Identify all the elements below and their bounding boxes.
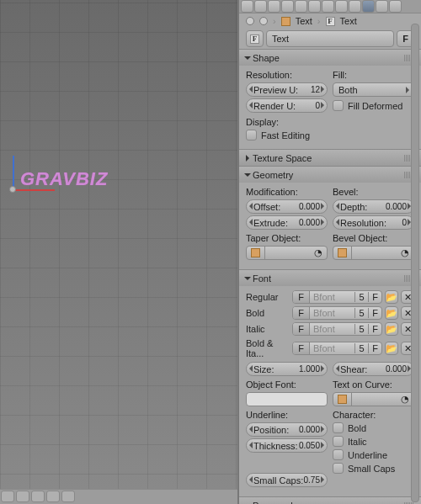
pin-icon[interactable] <box>259 17 268 25</box>
extrude-field[interactable]: Extrude:0.000 <box>246 215 328 230</box>
eyedropper-icon: ◔ <box>310 247 327 258</box>
font-icon: F <box>293 307 310 319</box>
section-header-shape[interactable]: Shape <box>239 50 421 66</box>
char-italic-check[interactable]: Italic <box>333 436 414 447</box>
font-italic-field[interactable]: FBfont5F <box>292 322 382 336</box>
char-underline-check[interactable]: Underline <box>333 449 414 460</box>
font-regular-field[interactable]: FBfont5F <box>292 290 382 304</box>
char-bold-check[interactable]: Bold <box>333 422 414 433</box>
pin-icon[interactable] <box>246 17 254 25</box>
tab-material-icon[interactable] <box>322 0 334 13</box>
open-font-button[interactable]: 📂 <box>385 306 398 320</box>
text-object[interactable]: GRAVBIZ <box>20 168 108 190</box>
breadcrumb: › Text › F Text <box>239 13 421 29</box>
panel-scrollbar[interactable] <box>411 24 419 502</box>
font-icon: F <box>293 323 310 335</box>
tab-physics-icon[interactable] <box>376 0 388 13</box>
small-caps-scale-field[interactable]: Small Caps:0.75 <box>246 473 328 487</box>
preview-u-field[interactable]: Preview U:12 <box>246 82 328 97</box>
char-smallcaps-check[interactable]: Small Caps <box>333 463 414 474</box>
depth-field[interactable]: Depth:0.000 <box>333 199 414 214</box>
tab-scene-icon[interactable] <box>254 0 267 13</box>
fill-deformed-check[interactable]: Fill Deformed <box>333 100 414 111</box>
font-icon: F <box>293 342 310 354</box>
resolution-label: Resolution: <box>246 70 328 80</box>
display-label: Display: <box>246 117 414 127</box>
font-size-field[interactable]: Size:1.000 <box>246 362 328 376</box>
fill-label: Fill: <box>333 70 414 80</box>
modification-label: Modification: <box>246 187 328 197</box>
underline-position-field[interactable]: Position:0.000 <box>246 422 328 437</box>
bevel-resolution-field[interactable]: Resolution:0 <box>333 215 414 230</box>
viewport-header[interactable] <box>0 489 237 504</box>
datablock-name-input[interactable] <box>266 30 394 47</box>
open-font-button[interactable]: 📂 <box>385 342 398 355</box>
tab-particles-icon[interactable] <box>349 0 361 13</box>
bevelobj-label: Bevel Object: <box>333 233 414 243</box>
breadcrumb-object[interactable]: Text <box>296 16 312 26</box>
datablock-name-row: F F <box>239 29 421 49</box>
fast-editing-check[interactable]: Fast Editing <box>246 130 414 141</box>
tab-object-icon[interactable] <box>281 0 294 13</box>
open-font-button[interactable]: 📂 <box>385 290 398 304</box>
section-header-paragraph[interactable]: Paragraph <box>239 497 421 504</box>
font-data-icon[interactable]: F <box>246 30 264 47</box>
text-on-curve-field[interactable]: ◔ <box>333 392 414 406</box>
section-header-geometry[interactable]: Geometry <box>239 167 421 183</box>
properties-tabs <box>239 0 421 13</box>
font-bolditalic-field[interactable]: FBfont5F <box>292 342 382 355</box>
font-icon: F <box>293 291 310 303</box>
section-header-texture-space[interactable]: Texture Space <box>239 150 421 166</box>
object-icon <box>281 17 290 26</box>
open-font-button[interactable]: 📂 <box>385 322 398 336</box>
tab-constraints-icon[interactable] <box>295 0 307 13</box>
tab-texture-icon[interactable] <box>335 0 348 13</box>
tab-render-icon[interactable] <box>241 0 253 13</box>
text-data-icon: F <box>326 17 335 26</box>
bevel-label: Bevel: <box>333 187 414 197</box>
taper-object-field[interactable]: ◔ <box>246 246 328 260</box>
breadcrumb-data[interactable]: Text <box>340 16 357 26</box>
font-bold-field[interactable]: FBfont5F <box>292 306 382 320</box>
floor-grid <box>0 0 237 504</box>
taper-label: Taper Object: <box>246 233 328 243</box>
offset-field[interactable]: Offset:0.000 <box>246 199 328 214</box>
font-shear-field[interactable]: Shear:0.000 <box>333 362 414 376</box>
object-font-field[interactable] <box>246 392 328 406</box>
fill-mode-select[interactable]: Both <box>333 82 414 97</box>
properties-panel: › Text › F Text F F Shape Resolution: Pr… <box>237 0 421 504</box>
tab-extra-icon[interactable] <box>389 0 402 13</box>
section-header-font[interactable]: Font <box>239 270 421 286</box>
tab-world-icon[interactable] <box>268 0 280 13</box>
bevel-object-field[interactable]: ◔ <box>333 246 414 260</box>
underline-thickness-field[interactable]: Thickness:0.050 <box>246 438 328 453</box>
tab-modifiers-icon[interactable] <box>308 0 321 13</box>
tab-data-icon[interactable] <box>362 0 375 13</box>
render-u-field[interactable]: Render U:0 <box>246 98 328 113</box>
3d-viewport[interactable]: GRAVBIZ <box>0 0 237 504</box>
